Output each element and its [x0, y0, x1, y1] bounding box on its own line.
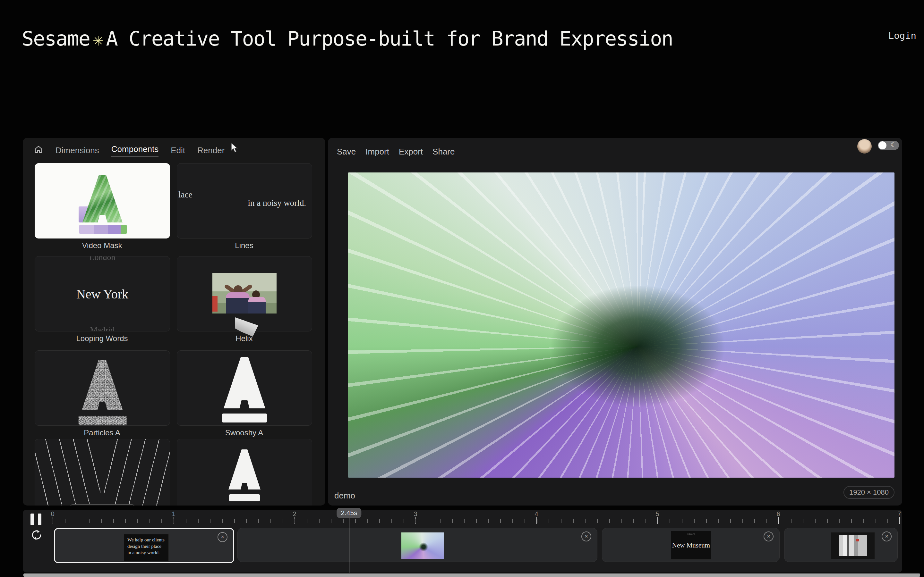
horizontal-scrollbar[interactable]: [23, 574, 920, 577]
component-card-helix[interactable]: [177, 256, 312, 332]
ruler-tick-1: 1: [172, 510, 175, 518]
diagonal-lines-box: [69, 504, 135, 506]
theme-toggle-knob: [879, 141, 887, 149]
page-title: Sesame✳A Creative Tool Purpose-built for…: [22, 27, 673, 50]
ruler-tick-5: 5: [656, 510, 659, 518]
small-letter-bar: [229, 494, 260, 501]
nav-components[interactable]: Components: [111, 144, 158, 156]
export-button[interactable]: Export: [399, 147, 423, 157]
particles-letter-a: [82, 359, 123, 410]
diagonal-lines-left: [35, 439, 100, 506]
clip-title: New Museum: [671, 542, 711, 550]
clip-photo: [838, 535, 867, 556]
component-card-video-mask[interactable]: [35, 163, 170, 239]
brand-name: Sesame: [22, 27, 90, 50]
timeline-clip-image[interactable]: ×: [784, 528, 898, 562]
editor-panel: Save Import Export Share ☾ demo 1920 × 1…: [328, 138, 902, 506]
timeline-clip-text[interactable]: We help our clients design their place i…: [54, 528, 234, 563]
moon-icon: ☾: [891, 141, 896, 148]
close-icon[interactable]: ×: [882, 532, 892, 542]
save-button[interactable]: Save: [337, 147, 356, 157]
diagonal-lines-right: [104, 439, 170, 506]
card-label-looping-words: Looping Words: [35, 334, 170, 343]
pause-button[interactable]: [31, 514, 41, 525]
close-icon[interactable]: ×: [218, 532, 228, 542]
user-avatar[interactable]: [857, 139, 872, 153]
component-card-lines-a[interactable]: [35, 439, 170, 506]
looping-word-center: New York: [35, 286, 170, 301]
timeline: 0 1 2 3 4 5 6 7 2.45s We help our client…: [23, 510, 902, 572]
nav-edit[interactable]: Edit: [171, 145, 185, 155]
component-card-swooshy-a[interactable]: [177, 350, 312, 426]
mouse-cursor: [230, 142, 241, 155]
card-label-lines: Lines: [177, 241, 312, 250]
clip-thumbnail: [830, 532, 875, 559]
ruler-tick-4: 4: [535, 510, 538, 518]
resolution-badge: 1920 × 1080: [843, 486, 895, 499]
home-icon[interactable]: [34, 145, 43, 156]
ruler-tick-6: 6: [776, 510, 780, 518]
app-window: Sesame✳A Creative Tool Purpose-built for…: [0, 0, 924, 577]
import-button[interactable]: Import: [365, 147, 389, 157]
left-nav: Dimensions Components Edit Render: [34, 144, 225, 156]
ruler-tick-7: 7: [897, 510, 901, 518]
nav-render[interactable]: Render: [197, 145, 225, 155]
current-time-badge[interactable]: 2.45s: [336, 508, 361, 518]
component-card-a-small[interactable]: [177, 439, 312, 506]
lines-text-right: in a noisy world.: [248, 198, 306, 208]
small-letter-a: [228, 450, 260, 490]
swooshy-letter-a: [224, 357, 265, 408]
video-mask-letter-a: [82, 175, 123, 222]
clip-thumbnail: square New Museum: [671, 531, 711, 560]
component-card-lines[interactable]: lace in a noisy world.: [177, 163, 312, 239]
editor-toolbar: Save Import Export Share: [337, 147, 455, 157]
clip-thumbnail: We help our clients design their place i…: [124, 534, 169, 562]
component-card-looping-words[interactable]: London New York Madrid: [35, 256, 170, 332]
ruler-minor-ticks: [53, 519, 901, 523]
clip-thumbnail: [401, 532, 444, 559]
timeline-clip-new-museum[interactable]: square New Museum ×: [602, 528, 780, 562]
login-link[interactable]: Login: [888, 30, 916, 41]
card-label-helix: Helix: [177, 334, 312, 343]
close-icon[interactable]: ×: [582, 532, 591, 542]
components-panel: Dimensions Components Edit Render Video …: [23, 138, 325, 506]
close-icon[interactable]: ×: [764, 532, 774, 542]
card-label-particles-a: Particles A: [35, 428, 170, 437]
video-preview-canvas[interactable]: [348, 172, 895, 478]
clip-word-top: square: [671, 532, 711, 535]
theme-toggle[interactable]: ☾: [878, 141, 899, 150]
particles-bar: [79, 416, 127, 426]
looping-word-top: London: [35, 256, 170, 262]
star-icon: ✳: [90, 29, 106, 50]
nav-dimensions[interactable]: Dimensions: [55, 145, 99, 155]
swooshy-bar: [222, 414, 267, 422]
helix-photo-thumbnail: [212, 273, 276, 314]
card-label-video-mask: Video Mask: [35, 241, 170, 250]
loop-button[interactable]: [31, 529, 43, 542]
component-card-particles-a[interactable]: [35, 350, 170, 426]
share-button[interactable]: Share: [433, 147, 455, 157]
ruler-tick-3: 3: [414, 510, 417, 518]
video-mask-bar: [79, 225, 127, 234]
ruler-tick-0: 0: [51, 510, 54, 518]
lines-text-left: lace: [178, 190, 192, 200]
ruler-tick-2: 2: [292, 510, 296, 518]
card-label-swooshy-a: Swooshy A: [177, 428, 312, 437]
page-title-text: A Creative Tool Purpose-built for Brand …: [106, 27, 672, 50]
clip-text: We help our clients design their place i…: [124, 534, 168, 558]
looping-word-bottom: Madrid: [35, 326, 170, 332]
project-name: demo: [334, 491, 355, 501]
timeline-clip-video[interactable]: ×: [237, 528, 598, 562]
